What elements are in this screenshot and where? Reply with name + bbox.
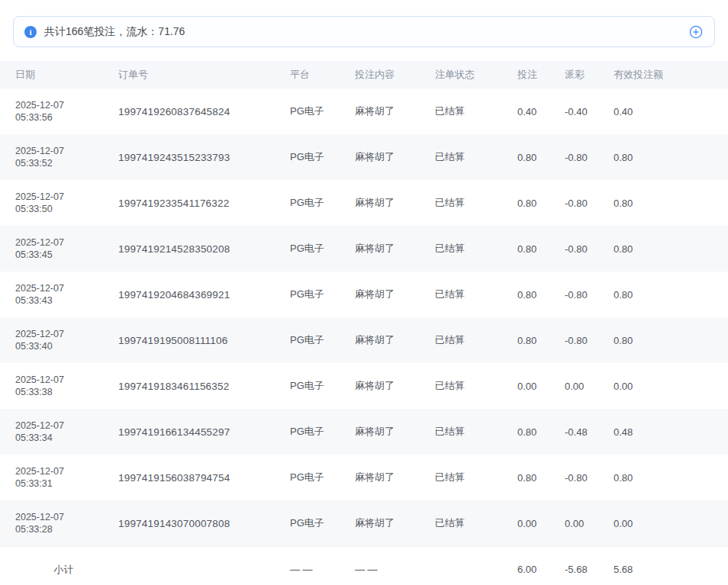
cell-date: 2025-12-0705:33:38 [15, 374, 118, 398]
cell-status: 已结算 [435, 471, 517, 484]
cell-bet: 0.80 [517, 426, 565, 438]
cell-platform: PG电子 [290, 379, 355, 393]
cell-content: 麻将胡了 [355, 288, 435, 301]
cell-bet: 0.00 [517, 381, 565, 392]
cell-date: 2025-12-0705:33:40 [15, 328, 118, 352]
cell-content: 麻将胡了 [355, 516, 435, 530]
cell-order: 1997419243515233793 [118, 152, 290, 163]
cell-valid: 0.80 [614, 335, 713, 346]
cell-payout: -0.80 [565, 289, 614, 301]
circle-plus-icon[interactable] [688, 24, 704, 40]
col-header-payout: 派彩 [565, 68, 614, 82]
cell-content: 麻将胡了 [355, 379, 435, 393]
table-row: 2025-12-0705:33:431997419204684369921PG电… [0, 272, 728, 317]
cell-content: 麻将胡了 [355, 333, 435, 347]
cell-date: 2025-12-0705:33:28 [15, 511, 118, 535]
col-header-date: 日期 [15, 68, 118, 82]
cell-platform: PG电子 [290, 104, 355, 118]
col-header-content: 投注内容 [355, 68, 435, 82]
cell-order: 1997419166134455297 [118, 426, 290, 438]
table-row: 2025-12-0705:33:561997419260837645824PG电… [0, 88, 728, 134]
cell-payout: -0.80 [565, 243, 614, 255]
cell-order: 1997419143070007808 [118, 518, 290, 529]
cell-bet: 0.80 [517, 289, 565, 301]
bets-table: 日期 订单号 平台 投注内容 注单状态 投注 派彩 有效投注额 2025-12-… [0, 61, 728, 585]
table-row: 2025-12-0705:33:311997419156038794754PG电… [0, 455, 728, 500]
subtotal-row: 小计 — — — — 6.00 -5.68 5.68 [0, 546, 728, 585]
cell-order: 1997419156038794754 [118, 472, 290, 484]
cell-bet: 0.40 [517, 106, 565, 117]
table-row: 2025-12-0705:33:521997419243515233793PG电… [0, 134, 728, 180]
subtotal-valid: 5.68 [614, 564, 713, 575]
cell-order: 1997419195008111106 [118, 335, 290, 346]
cell-date: 2025-12-0705:33:56 [15, 99, 118, 124]
table-row: 2025-12-0705:33:381997419183461156352PG电… [0, 363, 728, 409]
subtotal-bet: 6.00 [517, 564, 565, 575]
cell-date: 2025-12-0705:33:31 [15, 465, 118, 490]
col-header-status: 注单状态 [435, 68, 517, 82]
cell-payout: 0.00 [565, 381, 614, 392]
cell-status: 已结算 [435, 150, 517, 164]
cell-platform: PG电子 [290, 516, 355, 530]
col-header-platform: 平台 [290, 68, 355, 82]
cell-bet: 0.80 [517, 472, 565, 484]
cell-platform: PG电子 [290, 196, 355, 210]
cell-order: 1997419183461156352 [118, 381, 290, 392]
cell-valid: 0.48 [614, 426, 713, 438]
cell-platform: PG电子 [290, 471, 355, 484]
cell-bet: 0.80 [517, 152, 565, 163]
cell-bet: 0.00 [517, 518, 565, 529]
summary-text: 共计166笔投注，流水：71.76 [44, 25, 688, 39]
cell-valid: 0.80 [614, 472, 713, 484]
cell-platform: PG电子 [290, 425, 355, 439]
cell-order: 1997419214528350208 [118, 243, 290, 255]
table-row: 2025-12-0705:33:451997419214528350208PG电… [0, 226, 728, 272]
cell-order: 1997419204684369921 [118, 289, 290, 301]
col-header-valid: 有效投注额 [614, 68, 713, 82]
col-header-bet: 投注 [517, 68, 565, 82]
cell-valid: 0.80 [614, 243, 713, 255]
info-icon: i [24, 26, 37, 38]
cell-valid: 0.00 [614, 381, 713, 392]
table-header: 日期 订单号 平台 投注内容 注单状态 投注 派彩 有效投注额 [0, 61, 728, 88]
cell-date: 2025-12-0705:33:50 [15, 191, 118, 215]
cell-status: 已结算 [435, 288, 517, 301]
cell-order: 1997419233541176322 [118, 198, 290, 209]
cell-status: 已结算 [435, 516, 517, 530]
cell-content: 麻将胡了 [355, 150, 435, 164]
cell-status: 已结算 [435, 242, 517, 256]
table-row: 2025-12-0705:33:501997419233541176322PG电… [0, 180, 728, 226]
cell-status: 已结算 [435, 333, 517, 347]
cell-content: 麻将胡了 [355, 242, 435, 256]
cell-bet: 0.80 [517, 335, 565, 346]
cell-content: 麻将胡了 [355, 471, 435, 484]
cell-bet: 0.80 [517, 198, 565, 209]
cell-payout: -0.48 [565, 426, 614, 438]
table-row: 2025-12-0705:33:401997419195008111106PG电… [0, 317, 728, 363]
summary-bar: i 共计166笔投注，流水：71.76 [13, 16, 715, 47]
col-header-order: 订单号 [118, 68, 290, 82]
betting-records-page: i 共计166笔投注，流水：71.76 日期 订单号 平台 投注内容 注单状态 … [0, 0, 728, 585]
cell-valid: 0.40 [614, 106, 713, 117]
cell-valid: 0.80 [614, 289, 713, 301]
cell-date: 2025-12-0705:33:52 [15, 145, 118, 169]
subtotal-platform: — — [290, 564, 355, 575]
subtotal-label: 小计 [15, 563, 118, 577]
cell-status: 已结算 [435, 104, 517, 118]
cell-content: 麻将胡了 [355, 104, 435, 118]
table-body: 2025-12-0705:33:561997419260837645824PG电… [0, 88, 728, 546]
cell-valid: 0.80 [614, 152, 713, 163]
cell-platform: PG电子 [290, 150, 355, 164]
subtotal-payout: -5.68 [565, 564, 614, 575]
cell-payout: -0.80 [565, 472, 614, 484]
cell-date: 2025-12-0705:33:34 [15, 419, 118, 444]
cell-status: 已结算 [435, 196, 517, 210]
cell-bet: 0.80 [517, 243, 565, 255]
subtotal-content: — — [355, 564, 435, 575]
table-row: 2025-12-0705:33:341997419166134455297PG电… [0, 409, 728, 455]
cell-status: 已结算 [435, 379, 517, 393]
cell-payout: 0.00 [565, 518, 614, 529]
cell-date: 2025-12-0705:33:43 [15, 282, 118, 307]
cell-payout: -0.80 [565, 198, 614, 209]
cell-platform: PG电子 [290, 288, 355, 301]
